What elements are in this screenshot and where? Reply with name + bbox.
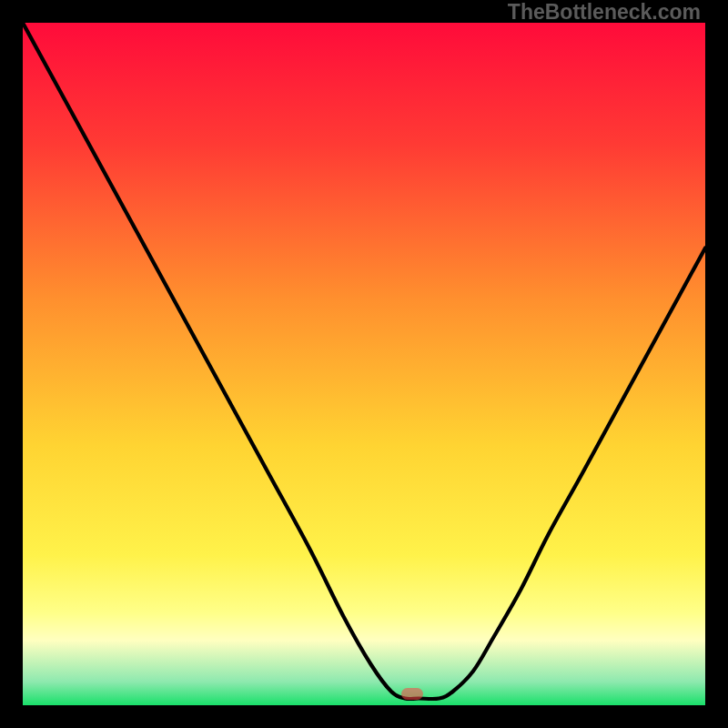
bottleneck-curve bbox=[23, 23, 705, 705]
plot-area bbox=[23, 23, 705, 705]
optimal-point-marker bbox=[401, 688, 423, 700]
watermark-text: TheBottleneck.com bbox=[508, 0, 701, 25]
chart-frame: TheBottleneck.com bbox=[0, 0, 728, 728]
